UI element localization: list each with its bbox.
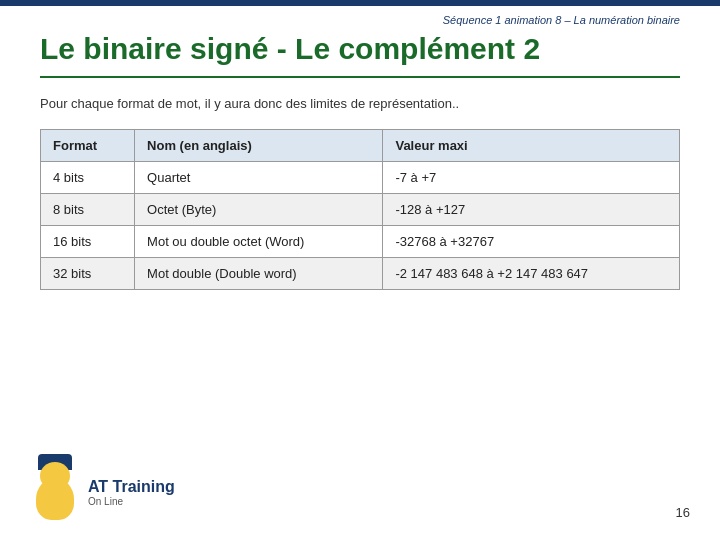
col-header-valeur: Valeur maxi bbox=[383, 130, 680, 162]
table-header-row: Format Nom (en anglais) Valeur maxi bbox=[41, 130, 680, 162]
table-row: 8 bitsOctet (Byte)-128 à +127 bbox=[41, 194, 680, 226]
top-bar bbox=[0, 0, 720, 6]
page-number: 16 bbox=[676, 505, 690, 520]
data-table: Format Nom (en anglais) Valeur maxi 4 bi… bbox=[40, 129, 680, 290]
table-row: 4 bitsQuartet-7 à +7 bbox=[41, 162, 680, 194]
table-cell: Mot double (Double word) bbox=[135, 258, 383, 290]
footer: AT Training On Line 16 bbox=[0, 465, 720, 520]
col-header-format: Format bbox=[41, 130, 135, 162]
col-header-nom: Nom (en anglais) bbox=[135, 130, 383, 162]
table-cell: Quartet bbox=[135, 162, 383, 194]
table-row: 16 bitsMot ou double octet (Word)-32768 … bbox=[41, 226, 680, 258]
table-cell: Octet (Byte) bbox=[135, 194, 383, 226]
table-cell: Mot ou double octet (Word) bbox=[135, 226, 383, 258]
table-cell: 32 bits bbox=[41, 258, 135, 290]
table-cell: 16 bits bbox=[41, 226, 135, 258]
table-row: 32 bitsMot double (Double word)-2 147 48… bbox=[41, 258, 680, 290]
brand-sub: On Line bbox=[88, 496, 175, 507]
brand-name: AT Training bbox=[88, 478, 175, 496]
page-title: Le binaire signé - Le complément 2 bbox=[40, 32, 680, 78]
table-cell: -32768 à +32767 bbox=[383, 226, 680, 258]
table-cell: 8 bits bbox=[41, 194, 135, 226]
mascot-icon bbox=[30, 465, 80, 520]
intro-text: Pour chaque format de mot, il y aura don… bbox=[40, 96, 680, 111]
table-cell: -128 à +127 bbox=[383, 194, 680, 226]
brand-logo: AT Training On Line bbox=[30, 465, 175, 520]
table-cell: 4 bits bbox=[41, 162, 135, 194]
page: Séquence 1 animation 8 – La numération b… bbox=[0, 0, 720, 540]
table-cell: -2 147 483 648 à +2 147 483 647 bbox=[383, 258, 680, 290]
table-cell: -7 à +7 bbox=[383, 162, 680, 194]
